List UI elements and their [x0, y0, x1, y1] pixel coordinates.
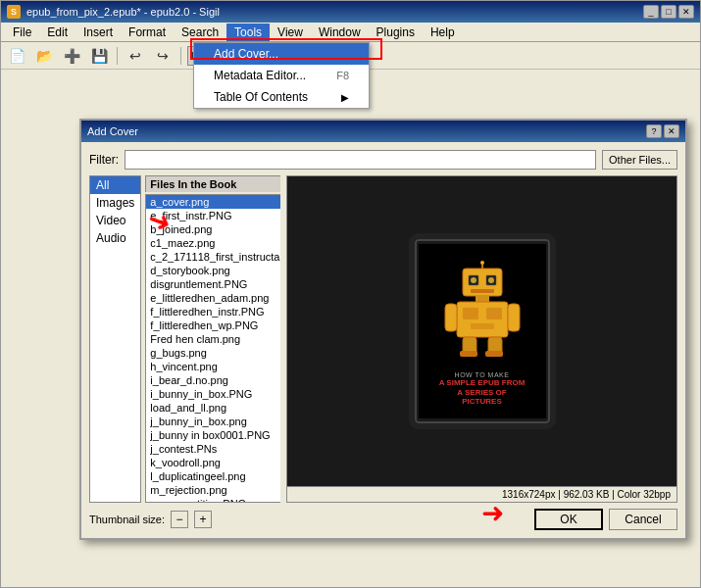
svg-rect-10	[463, 308, 478, 319]
tablet-device: HOW TO MAKE A SIMPLE EPUB FROM A SERIES …	[409, 233, 556, 429]
menu-bar: File Edit Insert Format Search Tools Vie…	[1, 23, 700, 42]
file-item[interactable]: b_joined.png	[146, 222, 280, 236]
menu-help[interactable]: Help	[423, 24, 463, 41]
main-window: S epub_from_pix_2.epub* - epub2.0 - Sigi…	[0, 0, 701, 588]
new-button[interactable]: 📄	[5, 45, 28, 67]
menu-metadata-editor[interactable]: Metadata Editor... F8	[194, 65, 369, 86]
file-item[interactable]: d_storybook.png	[146, 264, 280, 277]
file-item[interactable]: disgruntlement.PNG	[146, 277, 280, 291]
category-audio[interactable]: Audio	[90, 229, 140, 247]
menu-view[interactable]: View	[270, 24, 311, 41]
svg-rect-5	[471, 289, 494, 293]
svg-rect-11	[486, 308, 502, 319]
file-item[interactable]: i_bear_d.no.png	[146, 373, 280, 387]
window-controls: _ □ ✕	[643, 5, 694, 19]
menu-insert[interactable]: Insert	[75, 24, 121, 41]
thumbnail-row: Thumbnail size: − +	[89, 511, 212, 528]
other-files-button[interactable]: Other Files...	[602, 150, 677, 170]
left-panel: All Images Video Audio Files In the Book…	[89, 175, 280, 503]
add-cover-dialog: Add Cover ? ✕ Filter: Other Files...	[79, 119, 687, 540]
file-item[interactable]: h_vincent.png	[146, 360, 280, 373]
menu-add-cover[interactable]: Add Cover...	[194, 43, 369, 65]
book-subtitle: HOW TO MAKE	[430, 371, 534, 378]
cancel-button[interactable]: Cancel	[609, 509, 677, 530]
category-list: All Images Video Audio	[89, 175, 141, 503]
file-item[interactable]: j_contest.PNs	[146, 442, 280, 456]
minimize-button[interactable]: _	[643, 5, 659, 19]
redo-button[interactable]: ↪	[151, 45, 175, 67]
menu-search[interactable]: Search	[174, 24, 226, 41]
file-item[interactable]: k_voodroll.png	[146, 456, 280, 469]
svg-rect-12	[471, 323, 494, 329]
file-item[interactable]: mycompetition.PNG	[146, 497, 280, 503]
title-bar: S epub_from_pix_2.epub* - epub2.0 - Sigi…	[1, 1, 700, 23]
menu-tools[interactable]: Tools	[226, 24, 270, 41]
title-bar-left: S epub_from_pix_2.epub* - epub2.0 - Sigi…	[7, 5, 220, 19]
ok-button[interactable]: OK	[534, 509, 603, 530]
files-in-book-label: Files In the Book	[145, 175, 280, 192]
dialog-help-button[interactable]: ?	[646, 124, 662, 138]
menu-format[interactable]: Format	[121, 24, 174, 41]
dialog-content: Filter: Other Files... All Images Video …	[81, 142, 685, 538]
menu-edit[interactable]: Edit	[39, 24, 75, 41]
file-item[interactable]: f_littleredhen_wp.PNG	[146, 318, 280, 332]
open-button[interactable]: 📂	[32, 45, 56, 67]
preview-image: HOW TO MAKE A SIMPLE EPUB FROM A SERIES …	[287, 176, 676, 486]
menu-table-of-contents[interactable]: Table Of Contents ▶	[194, 86, 369, 108]
book-cover-text: HOW TO MAKE A SIMPLE EPUB FROM A SERIES …	[426, 368, 538, 411]
file-item[interactable]: Fred hen clam.png	[146, 332, 280, 346]
app-icon: S	[7, 5, 21, 19]
file-item[interactable]: load_and_ll.png	[146, 401, 280, 415]
undo-button[interactable]: ↩	[124, 45, 147, 67]
thumbnail-increase-button[interactable]: +	[194, 511, 212, 528]
menu-file[interactable]: File	[5, 24, 39, 41]
svg-rect-13	[445, 304, 457, 331]
svg-rect-17	[460, 351, 477, 357]
file-item[interactable]: a_cover.png	[146, 195, 280, 209]
menu-window[interactable]: Window	[311, 24, 369, 41]
files-section: Files In the Book a_cover.png e_first_in…	[145, 175, 280, 503]
toolbar-separator-1	[117, 47, 118, 65]
file-item[interactable]: l_duplicatingeel.png	[146, 469, 280, 483]
save-button[interactable]: 💾	[87, 45, 111, 67]
book-title-main: A SIMPLE EPUB FROM A SERIES OF PICTURES	[430, 378, 534, 407]
file-item[interactable]: j_bunny_in_box.png	[146, 415, 280, 428]
action-buttons: OK Cancel	[534, 509, 677, 530]
add-button[interactable]: ➕	[60, 45, 83, 67]
svg-rect-18	[485, 351, 503, 357]
files-list[interactable]: a_cover.png e_first_instr.PNG b_joined.p…	[145, 194, 280, 503]
svg-rect-14	[508, 304, 520, 331]
preview-panel: HOW TO MAKE A SIMPLE EPUB FROM A SERIES …	[286, 175, 677, 503]
category-images[interactable]: Images	[90, 194, 140, 212]
dialog-close-button[interactable]: ✕	[664, 124, 679, 138]
category-video[interactable]: Video	[90, 212, 140, 229]
file-item[interactable]: f_littleredhen_instr.PNG	[146, 305, 280, 318]
filter-row: Filter: Other Files...	[89, 150, 677, 170]
tablet-screen: HOW TO MAKE A SIMPLE EPUB FROM A SERIES …	[419, 244, 546, 418]
maximize-button[interactable]: □	[661, 5, 676, 19]
file-item[interactable]: m_rejection.png	[146, 483, 280, 497]
file-item[interactable]: g_bugs.png	[146, 346, 280, 360]
close-button[interactable]: ✕	[678, 5, 694, 19]
dialog-controls: ? ✕	[646, 124, 679, 138]
thumbnail-decrease-button[interactable]: −	[171, 511, 188, 528]
file-item[interactable]: j_bunny in box0001.PNG	[146, 428, 280, 442]
tools-dropdown: Add Cover... Metadata Editor... F8 Table…	[193, 42, 370, 109]
robot-svg	[443, 261, 522, 359]
dialog-title-bar: Add Cover ? ✕	[81, 121, 685, 142]
category-all[interactable]: All	[90, 176, 140, 194]
file-item[interactable]: i_bunny_in_box.PNG	[146, 387, 280, 401]
file-item[interactable]: e_first_instr.PNG	[146, 209, 280, 222]
cat-files-row: All Images Video Audio Files In the Book…	[89, 175, 280, 503]
svg-point-7	[480, 261, 484, 265]
robot-area	[443, 252, 522, 368]
dialog-main: All Images Video Audio Files In the Book…	[89, 175, 677, 503]
filter-input[interactable]	[125, 150, 596, 170]
thumbnail-label: Thumbnail size:	[89, 514, 165, 525]
file-item[interactable]: c_2_171118_first_instructable.png	[146, 250, 280, 264]
file-item[interactable]: e_littleredhen_adam.png	[146, 291, 280, 305]
menu-plugins[interactable]: Plugins	[369, 24, 423, 41]
file-item[interactable]: c1_maez.png	[146, 236, 280, 250]
svg-rect-8	[476, 296, 489, 302]
toolbar-separator-2	[180, 47, 181, 65]
